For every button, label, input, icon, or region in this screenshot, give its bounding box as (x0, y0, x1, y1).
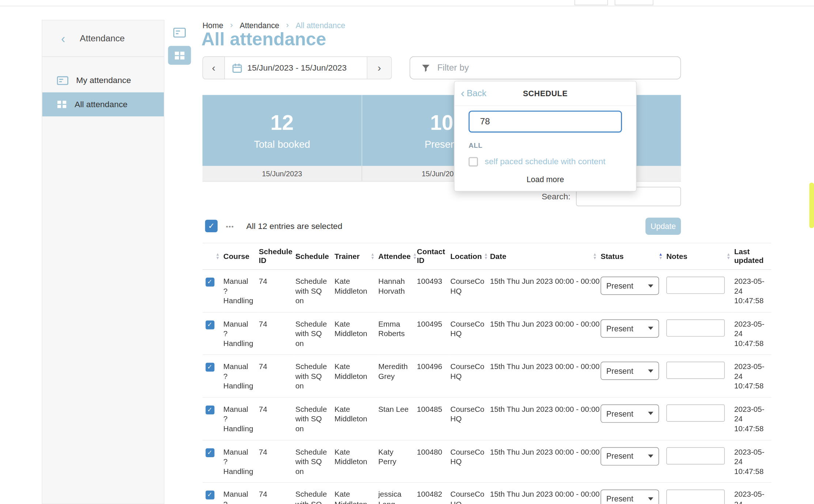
chevron-down-icon (648, 327, 653, 330)
option-checkbox[interactable] (468, 157, 478, 167)
status-dropdown[interactable]: Present (600, 405, 659, 423)
schedule-search-input[interactable] (468, 111, 622, 133)
cell-last-updated: 2023-05-24 10:47:58 (734, 482, 771, 504)
topbar-fragment-left[interactable] (574, 0, 608, 5)
option-label[interactable]: self paced schedule with content (485, 157, 606, 167)
notes-input[interactable] (666, 405, 725, 422)
status-dropdown[interactable]: Present (600, 447, 659, 465)
bulk-actions-menu-icon[interactable]: ••• (226, 223, 234, 230)
funnel-icon (422, 64, 430, 72)
cell-date: 15th Thu Jun 2023 00:00 - 00:00 (490, 440, 601, 482)
topbar-fragment-right[interactable] (615, 0, 653, 5)
header-schedule-id[interactable]: Schedule ID▲▼ (259, 243, 295, 270)
cell-date: 15th Thu Jun 2023 00:00 - 00:00 (490, 482, 601, 504)
sidebar-back-chevron-icon[interactable]: ‹ (61, 32, 65, 45)
cell-last-updated: 2023-05-24 10:47:58 (734, 355, 771, 397)
row-checkbox[interactable] (206, 363, 214, 372)
schedule-option-row: self paced schedule with content (468, 157, 622, 167)
cell-select (203, 397, 223, 440)
attendance-table: ▲▼ Course Schedule ID▲▼ Schedule Trainer… (203, 243, 771, 504)
status-dropdown[interactable]: Present (600, 490, 659, 504)
cell-attendee: Hannah Horvath (378, 270, 417, 312)
cell-notes (666, 312, 734, 355)
row-checkbox[interactable] (206, 448, 214, 457)
header-date[interactable]: Date▲▼ (490, 243, 601, 270)
grid-view-button[interactable] (168, 46, 191, 65)
cell-contact-id: 100482 (417, 482, 450, 504)
update-button[interactable]: Update (645, 218, 681, 235)
header-course[interactable]: Course (223, 243, 259, 270)
notes-input[interactable] (666, 362, 725, 379)
cell-status: Present (600, 440, 666, 482)
stat-total-booked: 12 Total booked (203, 95, 362, 166)
notes-input[interactable] (666, 319, 725, 336)
cell-schedule: Schedule with SQ on (295, 397, 335, 440)
load-more-button[interactable]: Load more (468, 175, 622, 184)
notes-input[interactable] (666, 277, 725, 294)
sort-desc-icon: ▼ (659, 256, 663, 260)
row-checkbox[interactable] (206, 320, 214, 329)
notes-input[interactable] (666, 490, 725, 504)
cell-date: 15th Thu Jun 2023 00:00 - 00:00 (490, 270, 601, 312)
popup-header: ‹ Back SCHEDULE (455, 82, 636, 106)
cell-location: CourseCo HQ (450, 482, 490, 504)
cell-course: Manual ? Handling (223, 482, 259, 504)
scrollbar-thumb[interactable] (809, 183, 814, 228)
header-status[interactable]: Status▲▼ (600, 243, 666, 270)
cell-schedule-id: 74 (259, 355, 295, 397)
sidebar-header: ‹ Attendance (42, 20, 164, 57)
status-dropdown[interactable]: Present (600, 362, 659, 380)
sidebar-item-my-attendance[interactable]: My attendance (42, 68, 164, 93)
notes-input[interactable] (666, 447, 725, 464)
cell-select (203, 440, 223, 482)
sort-desc-icon: ▼ (215, 256, 219, 260)
cell-location: CourseCo HQ (450, 440, 490, 482)
cell-schedule: Schedule with SQ on (295, 312, 335, 355)
sidebar-item-all-attendance[interactable]: All attendance (42, 93, 164, 117)
next-date-button[interactable]: › (368, 56, 392, 79)
cell-date: 15th Thu Jun 2023 00:00 - 00:00 (490, 355, 601, 397)
card-icon (57, 76, 68, 85)
header-notes[interactable]: Notes▲▼ (666, 243, 734, 270)
date-range-field[interactable]: 15/Jun/2023 - 15/Jun/2023 (225, 56, 368, 79)
cell-status: Present (600, 482, 666, 504)
row-checkbox[interactable] (206, 406, 214, 414)
header-trainer[interactable]: Trainer▲▼ (335, 243, 378, 270)
page-title: All attendance (201, 29, 326, 49)
row-checkbox[interactable] (206, 491, 214, 500)
filter-input[interactable] (436, 62, 681, 74)
status-dropdown[interactable]: Present (600, 277, 659, 295)
status-dropdown[interactable]: Present (600, 319, 659, 338)
prev-date-button[interactable]: ‹ (203, 56, 225, 79)
breadcrumb-home[interactable]: Home (203, 20, 223, 29)
breadcrumb-attendance[interactable]: Attendance (240, 20, 279, 29)
calendar-icon (232, 63, 242, 73)
cell-schedule-id: 74 (259, 312, 295, 355)
cell-trainer: Kate Middleton (335, 270, 378, 312)
cell-notes (666, 270, 734, 312)
popup-body: ALL self paced schedule with content Loa… (455, 106, 636, 191)
header-contact-id[interactable]: Contact ID (417, 243, 450, 270)
header-location[interactable]: Location▲▼ (450, 243, 490, 270)
header-schedule[interactable]: Schedule (295, 243, 335, 270)
cell-contact-id: 100485 (417, 397, 450, 440)
cell-course: Manual ? Handling (223, 397, 259, 440)
cell-last-updated: 2023-05-24 10:47:58 (734, 270, 771, 312)
popup-back-button[interactable]: ‹ Back (461, 82, 486, 106)
cell-attendee: jessica Lang (378, 482, 417, 504)
cell-attendee: Emma Roberts (378, 312, 417, 355)
cell-trainer: Kate Middleton (335, 440, 378, 482)
row-checkbox[interactable] (206, 278, 214, 286)
header-last-updated[interactable]: Last updated (734, 243, 771, 270)
sidebar-item-label: All attendance (75, 100, 128, 109)
cell-contact-id: 100493 (417, 270, 450, 312)
cell-status: Present (600, 312, 666, 355)
list-view-button[interactable] (168, 23, 191, 42)
stat-label: Total booked (254, 139, 310, 150)
grid-icon (174, 51, 185, 60)
header-attendee[interactable]: Attendee▲▼ (378, 243, 417, 270)
cell-contact-id: 100496 (417, 355, 450, 397)
header-select[interactable]: ▲▼ (203, 243, 223, 270)
cell-notes (666, 440, 734, 482)
select-all-checkbox[interactable]: ✓ (205, 220, 218, 232)
